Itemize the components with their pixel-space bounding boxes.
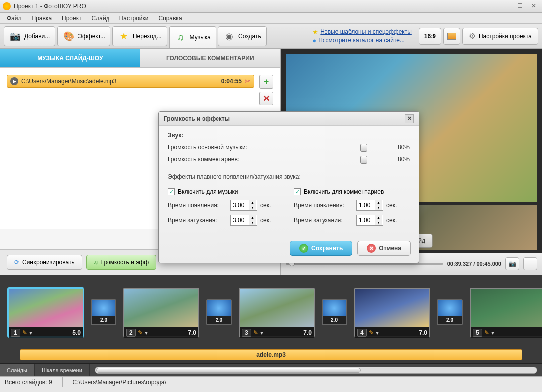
menu-file[interactable]: Файл: [2, 13, 27, 23]
chevron-down-icon[interactable]: ▾: [376, 329, 379, 336]
dialog-close-button[interactable]: ✕: [405, 114, 414, 123]
play-icon[interactable]: ▶: [10, 77, 18, 85]
track-row[interactable]: ▶ C:\Users\Manager\Music\adele.mp3 0:04:…: [7, 75, 254, 88]
add-button[interactable]: 📷 Добави...: [4, 26, 55, 46]
slider-handle[interactable]: [360, 144, 367, 152]
spinner-up-icon[interactable]: ▲: [375, 200, 382, 205]
thumbnail-button[interactable]: [443, 28, 460, 45]
pencil-icon[interactable]: ✎: [22, 329, 27, 336]
slide-thumb: [355, 289, 429, 327]
menu-help[interactable]: Справка: [153, 13, 187, 23]
timeline-music-track[interactable]: adele.mp3: [20, 349, 522, 360]
slide-thumb: [124, 289, 198, 327]
tab-slides[interactable]: Слайды: [0, 364, 35, 376]
spinner-down-icon[interactable]: ▼: [249, 220, 256, 225]
music-fadein-spinner[interactable]: ▲▼: [230, 200, 257, 211]
chevron-down-icon[interactable]: ▾: [491, 329, 494, 336]
scissors-icon[interactable]: ✂: [245, 77, 251, 85]
link-templates[interactable]: Новые шаблоны и спецэффекты: [320, 28, 412, 35]
comments-fadeout-spinner[interactable]: ▲▼: [356, 215, 383, 226]
cancel-icon: ✕: [367, 244, 376, 253]
music-volume-row: Громкость основной музыки: 80%: [168, 144, 410, 151]
scrollbar-thumb[interactable]: [96, 368, 361, 373]
pencil-icon[interactable]: ✎: [138, 329, 143, 336]
spinner-up-icon[interactable]: ▲: [375, 215, 382, 220]
comments-fadein-input[interactable]: [357, 202, 375, 209]
music-fadeout-spinner[interactable]: ▲▼: [230, 215, 257, 226]
spinner-down-icon[interactable]: ▼: [375, 220, 382, 225]
transition-3[interactable]: 2.0: [322, 299, 347, 325]
fadein-label: Время появления:: [294, 202, 353, 209]
slide-2[interactable]: 2 ✎ ▾ 7.0: [123, 288, 199, 337]
remove-track-button[interactable]: ✕: [259, 92, 273, 105]
music-volume-slider[interactable]: [262, 144, 385, 151]
music-button[interactable]: ♫ Музыка: [169, 26, 216, 48]
music-fadeout-input[interactable]: [231, 217, 249, 224]
comments-fade-column: ✓ Включить для комментариев Время появле…: [294, 185, 410, 230]
track-duration: 0:04:55: [221, 78, 242, 85]
comments-fadein-row: Время появления: ▲▼ сек.: [294, 200, 410, 211]
menu-project[interactable]: Проект: [57, 13, 87, 23]
project-settings-button[interactable]: ⚙ Настройки проекта: [462, 28, 538, 45]
music-fade-checkbox[interactable]: ✓: [168, 188, 175, 195]
slide-thumb: [240, 289, 314, 327]
slide-3[interactable]: 3 ✎ ▾ 7.0: [239, 288, 315, 337]
menu-settings[interactable]: Настройки: [114, 13, 154, 23]
comments-volume-label: Громкость комментариев:: [168, 156, 257, 163]
chevron-down-icon[interactable]: ▾: [145, 329, 148, 336]
pencil-icon[interactable]: ✎: [369, 329, 374, 336]
tab-music[interactable]: МУЗЫКА СЛАЙД-ШОУ: [0, 49, 140, 68]
menu-slide[interactable]: Слайд: [87, 13, 114, 23]
fullscreen-button[interactable]: ⛶: [523, 257, 537, 270]
tab-voice[interactable]: ГОЛОСОВЫЕ КОММЕНТАРИИ: [140, 49, 281, 68]
slide-number: 1: [11, 329, 20, 337]
maximize-button[interactable]: ☐: [515, 2, 526, 10]
comments-fadein-spinner[interactable]: ▲▼: [356, 200, 383, 211]
create-button[interactable]: ◉ Создать: [218, 26, 267, 46]
comments-volume-value: 80%: [390, 156, 410, 163]
slide-4[interactable]: 4 ✎ ▾ 7.0: [354, 288, 430, 337]
music-volume-value: 80%: [390, 144, 410, 151]
spinner-down-icon[interactable]: ▼: [375, 205, 382, 210]
slide-duration: 7.0: [188, 329, 196, 336]
sync-button[interactable]: ⟳ Синхронизировать: [7, 255, 82, 270]
transition-4[interactable]: 2.0: [437, 299, 463, 325]
menu-edit[interactable]: Правка: [27, 13, 57, 23]
aspect-ratio-button[interactable]: 16:9: [419, 28, 441, 45]
comments-fadeout-input[interactable]: [357, 217, 375, 224]
pencil-icon[interactable]: ✎: [253, 329, 258, 336]
timeline[interactable]: 1 ✎ ▾ 5.0 2.0 2 ✎ ▾ 7.0 2.0 3 ✎ ▾ 7.0: [0, 275, 542, 349]
close-button[interactable]: ✕: [528, 2, 539, 10]
music-fade-column: ✓ Включить для музыки Время появления: ▲…: [168, 185, 284, 230]
link-catalog[interactable]: Посмотрите каталог на сайте...: [318, 37, 405, 44]
slide-5[interactable]: 5 ✎ ▾: [470, 288, 542, 337]
add-track-button[interactable]: +: [259, 75, 273, 89]
tab-timescale[interactable]: Шкала времени: [35, 364, 90, 376]
transitions-button[interactable]: ★ Переход...: [112, 26, 167, 46]
snapshot-button[interactable]: 📷: [505, 257, 519, 270]
timeline-area: 1 ✎ ▾ 5.0 2.0 2 ✎ ▾ 7.0 2.0 3 ✎ ▾ 7.0: [0, 275, 542, 363]
music-fadein-input[interactable]: [231, 202, 249, 209]
transition-2[interactable]: 2.0: [206, 299, 232, 325]
cancel-button[interactable]: ✕ Отмена: [357, 241, 411, 256]
save-button[interactable]: ✓ Сохранить: [290, 241, 352, 256]
pencil-icon[interactable]: ✎: [484, 329, 489, 336]
slide-1[interactable]: 1 ✎ ▾ 5.0: [8, 288, 84, 337]
comments-volume-slider[interactable]: [262, 156, 385, 163]
transition-1[interactable]: 2.0: [91, 299, 116, 325]
minimize-button[interactable]: —: [501, 2, 512, 10]
chevron-down-icon[interactable]: ▾: [260, 329, 263, 336]
effects-button[interactable]: 🎨 Эффект...: [57, 26, 110, 46]
transition-duration: 2.0: [438, 316, 462, 324]
spinner-down-icon[interactable]: ▼: [249, 205, 256, 210]
volume-effects-button[interactable]: ♫ Громкость и эфф: [86, 255, 156, 270]
spinner-up-icon[interactable]: ▲: [249, 200, 256, 205]
horizontal-scrollbar[interactable]: [95, 367, 537, 374]
transition-duration: 2.0: [207, 316, 231, 324]
slider-handle[interactable]: [360, 156, 367, 164]
disc-icon: ◉: [223, 30, 235, 42]
comments-fade-checkbox[interactable]: ✓: [294, 188, 301, 195]
spinner-up-icon[interactable]: ▲: [249, 215, 256, 220]
comments-fade-checkbox-row: ✓ Включить для комментариев: [294, 188, 410, 195]
chevron-down-icon[interactable]: ▾: [29, 329, 32, 336]
